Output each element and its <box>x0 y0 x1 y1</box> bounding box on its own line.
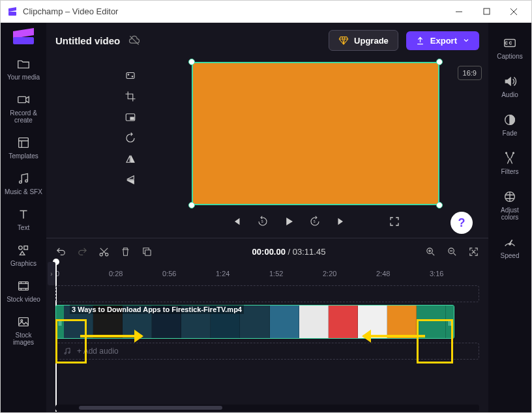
svg-rect-8 <box>24 246 27 250</box>
left-expand-toggle[interactable]: › <box>48 262 55 285</box>
rightbar-captions[interactable]: Captions <box>488 31 531 65</box>
rightbar-speed[interactable]: Speed <box>488 230 531 264</box>
timeline: 00:00.00 / 03:11.45 0 0:28 0:56 1:24 1:5… <box>46 238 488 412</box>
play-icon[interactable] <box>283 216 295 227</box>
svg-rect-10 <box>19 318 29 326</box>
preview-tools <box>118 58 143 238</box>
cloud-sync-off-icon <box>128 34 141 47</box>
svg-point-13 <box>128 74 129 76</box>
project-title[interactable]: Untitled video <box>55 35 120 46</box>
zoom-out-icon[interactable] <box>447 246 458 257</box>
titlebar: Clipchamp – Video Editor <box>1 1 531 23</box>
add-audio-track[interactable]: + Add audio <box>55 343 479 360</box>
sidebar-text[interactable]: Text <box>1 202 46 236</box>
app-logo <box>12 28 35 45</box>
crop-icon[interactable] <box>125 91 136 102</box>
resize-handle-tl[interactable] <box>188 59 195 65</box>
timeline-scrollbar[interactable] <box>55 405 479 411</box>
svg-point-5 <box>20 181 22 184</box>
svg-rect-1 <box>484 8 490 14</box>
topbar: Untitled video Upgrade Export <box>46 23 488 58</box>
svg-rect-4 <box>19 138 29 148</box>
fit-icon[interactable] <box>125 70 136 81</box>
svg-point-28 <box>506 152 507 154</box>
svg-rect-9 <box>19 282 29 291</box>
clip-trim-left[interactable]: || <box>56 306 64 338</box>
clip-filename: 3 Ways to Download Apps to Firestick-Fir… <box>70 305 244 314</box>
diamond-icon <box>338 35 349 46</box>
export-button[interactable]: Export <box>406 31 479 50</box>
flip-horizontal-icon[interactable] <box>125 153 136 165</box>
empty-track[interactable] <box>55 285 479 302</box>
sidebar-templates[interactable]: Templates <box>1 130 46 165</box>
music-icon <box>63 347 72 356</box>
sidebar-music-sfx[interactable]: Music & SFX <box>1 166 46 201</box>
redo-icon[interactable] <box>77 246 88 257</box>
svg-point-14 <box>132 76 133 78</box>
svg-rect-0 <box>8 12 16 16</box>
delete-icon[interactable] <box>120 246 131 257</box>
svg-rect-16 <box>130 117 134 120</box>
preview-canvas[interactable] <box>192 62 439 205</box>
svg-point-31 <box>509 243 511 245</box>
skip-forward-icon[interactable] <box>335 216 347 227</box>
svg-point-7 <box>19 246 23 250</box>
chevron-down-icon <box>462 36 470 44</box>
undo-icon[interactable] <box>55 246 66 257</box>
aspect-ratio-button[interactable]: 16:9 <box>458 66 482 80</box>
svg-rect-12 <box>126 73 134 79</box>
svg-point-24 <box>65 352 66 354</box>
svg-point-25 <box>68 352 70 353</box>
rightbar-filters[interactable]: Filters <box>488 146 531 180</box>
rightbar-fade[interactable]: Fade <box>488 107 531 142</box>
rightbar-audio[interactable]: Audio <box>488 69 531 104</box>
resize-handle-br[interactable] <box>436 202 443 208</box>
svg-rect-21 <box>145 249 151 255</box>
sidebar-your-media[interactable]: Your media <box>1 51 46 86</box>
left-sidebar: Your media Record & create Templates Mus… <box>1 23 46 412</box>
app-icon <box>7 7 18 17</box>
sidebar-stock-images[interactable]: Stock images <box>1 309 46 351</box>
flip-vertical-icon[interactable] <box>125 174 136 186</box>
rightbar-adjust-colors[interactable]: Adjust colors <box>488 184 531 226</box>
svg-rect-2 <box>13 37 34 44</box>
svg-point-6 <box>25 180 28 182</box>
minimize-button[interactable] <box>445 2 473 21</box>
window-title: Clipchamp – Video Editor <box>23 7 118 16</box>
rotate-icon[interactable] <box>125 132 136 144</box>
resize-handle-bl[interactable] <box>188 202 195 208</box>
upload-icon <box>415 36 425 46</box>
pip-icon[interactable] <box>125 111 136 123</box>
resize-handle-tr[interactable] <box>436 59 443 65</box>
upgrade-button[interactable]: Upgrade <box>329 30 398 51</box>
help-button[interactable]: ? <box>451 212 473 234</box>
zoom-in-icon[interactable] <box>425 246 436 257</box>
svg-text:5: 5 <box>261 220 263 223</box>
clip-trim-right[interactable]: || <box>446 306 454 338</box>
right-sidebar: Captions Audio Fade Filters Adjust color… <box>488 23 531 412</box>
close-button[interactable] <box>500 2 527 21</box>
timeline-ruler[interactable]: 0 0:28 0:56 1:24 1:52 2:20 2:48 3:16 <box>46 264 488 283</box>
forward-5-icon[interactable]: 5 <box>309 216 321 227</box>
svg-text:5: 5 <box>314 220 316 223</box>
svg-point-29 <box>513 152 514 154</box>
timecode: 00:00.00 / 03:11.45 <box>252 247 326 257</box>
duplicate-icon[interactable] <box>141 246 153 257</box>
sidebar-graphics[interactable]: Graphics <box>1 238 46 272</box>
cut-icon[interactable] <box>98 246 110 257</box>
annotation-arrow-right <box>80 335 142 337</box>
maximize-button[interactable] <box>473 2 500 21</box>
annotation-arrow-left <box>363 335 425 337</box>
sidebar-stock-video[interactable]: Stock video <box>1 274 46 308</box>
svg-rect-3 <box>18 96 26 102</box>
sidebar-record-create[interactable]: Record & create <box>1 87 46 129</box>
zoom-fit-icon[interactable] <box>468 246 479 257</box>
skip-back-icon[interactable] <box>231 216 243 227</box>
fullscreen-icon[interactable] <box>389 216 400 227</box>
rewind-5-icon[interactable]: 5 <box>257 216 269 227</box>
